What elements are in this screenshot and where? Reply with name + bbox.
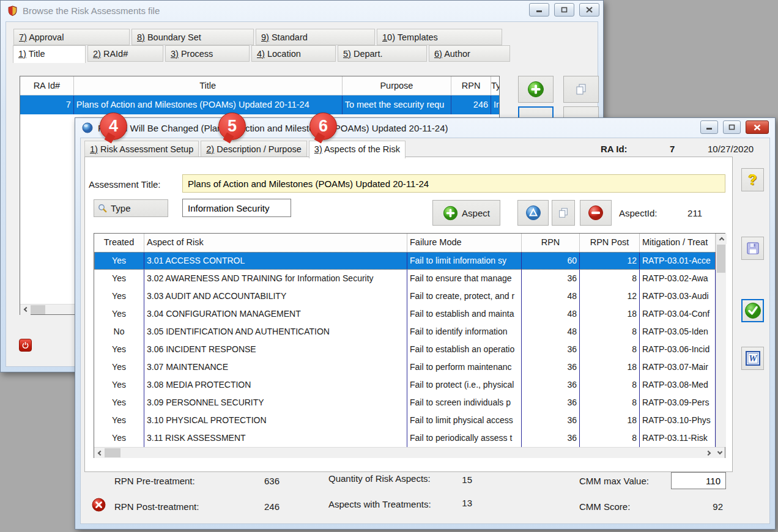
type-value-field[interactable] xyxy=(182,199,291,217)
aspect-row[interactable]: Yes3.08 MEDIA PROTECTIONFail to protect … xyxy=(94,376,716,394)
ra-id-label: RA Id: xyxy=(601,144,628,154)
aspect-row[interactable]: Yes3.04 CONFIGURATION MANAGEMENTFail to … xyxy=(94,305,716,323)
rpn-post-value: 246 xyxy=(231,501,280,512)
cell-rpn: 36 xyxy=(522,341,580,358)
browse-hscroll-thumb[interactable] xyxy=(31,305,45,314)
add-assessment-button[interactable] xyxy=(518,76,554,103)
col-treated[interactable]: Treated xyxy=(94,234,144,252)
cell-failure: Fail to establish an operatio xyxy=(407,341,522,358)
scroll-left-icon[interactable] xyxy=(20,305,31,315)
col-ra-id[interactable]: RA Id# xyxy=(20,76,74,95)
cell-failure: Fail to periodically assess t xyxy=(407,429,522,447)
cell-aspect: 3.02 AWARENESS AND TRAINING for Informat… xyxy=(144,270,407,287)
cell-treated: No xyxy=(94,323,144,341)
tab-8-boundary-set[interactable]: 8) Boundary Set xyxy=(132,29,254,45)
aspects-hscroll-thumb[interactable] xyxy=(105,448,120,457)
col-rpn-post[interactable]: RPN Post xyxy=(580,234,640,252)
delete-aspect-button[interactable] xyxy=(580,200,612,226)
maximize-icon[interactable] xyxy=(723,120,741,134)
tab-1-risk-assessment-setup[interactable]: 1) Risk Assessment Setup xyxy=(84,141,199,157)
tab-6-author[interactable]: 6) Author xyxy=(429,45,510,62)
aspect-row[interactable]: Yes3.09 PERSONNEL SECURITYFail to screen… xyxy=(94,394,716,412)
confirm-icon xyxy=(744,302,761,319)
browse-titlebar[interactable]: Browse the Risk Assessments file xyxy=(1,1,603,21)
add-aspect-button[interactable]: Aspect xyxy=(432,200,500,226)
aspects-vscroll-thumb[interactable] xyxy=(717,245,725,273)
scroll-down-icon[interactable] xyxy=(714,447,725,458)
minimize-icon[interactable] xyxy=(700,120,718,134)
type-button-label: Type xyxy=(111,203,131,213)
scroll-right-icon[interactable] xyxy=(704,448,714,458)
aspect-id-value: 211 xyxy=(663,208,702,218)
confirm-button[interactable] xyxy=(741,299,764,322)
cell-mitigation: RATP-03.07-Mair xyxy=(640,358,716,376)
col-aspect[interactable]: Aspect of Risk xyxy=(144,234,407,252)
help-button[interactable]: ? xyxy=(741,168,764,191)
tab-1-title[interactable]: 1) Title xyxy=(13,45,86,63)
aspect-row[interactable]: Yes3.03 AUDIT AND ACCOUNTABILITYFail to … xyxy=(94,287,716,305)
cell-rpn: 48 xyxy=(522,305,580,323)
record-titlebar[interactable]: Record Will Be Changed (Plans of Action … xyxy=(75,118,775,138)
close-icon[interactable] xyxy=(579,3,599,17)
minimize-icon[interactable] xyxy=(529,3,549,17)
tab-5-depart[interactable]: 5) Depart. xyxy=(338,45,427,62)
cell-aspect: 3.05 IDENTIFICATION AND AUTHENTICATION xyxy=(144,323,407,341)
cell-failure: Fail to create, protect, and r xyxy=(407,287,522,305)
close-browse-button[interactable] xyxy=(19,339,32,352)
tab-9-standard[interactable]: 9) Standard xyxy=(256,29,375,45)
error-icon[interactable] xyxy=(92,498,106,512)
cmm-max-label: CMM max Value: xyxy=(579,476,649,486)
aspects-vscrollbar[interactable] xyxy=(716,234,726,447)
maximize-icon[interactable] xyxy=(554,3,574,17)
scroll-left-icon[interactable] xyxy=(94,448,105,458)
col-failure-mode[interactable]: Failure Mode xyxy=(407,234,522,252)
tab-2-raid[interactable]: 2) RAId# xyxy=(87,45,163,62)
aspect-row[interactable]: Yes3.07 MAINTENANCEFail to perform maint… xyxy=(94,358,716,376)
aspect-row[interactable]: No3.05 IDENTIFICATION AND AUTHENTICATION… xyxy=(94,323,716,341)
tab-3-aspects-of-the-risk[interactable]: 3) Aspects of the Risk xyxy=(309,141,406,158)
cmm-score-value: 92 xyxy=(674,501,723,512)
change-aspect-button[interactable] xyxy=(517,200,549,226)
cell-rpn-post: 12 xyxy=(580,252,640,270)
col-rpn[interactable]: RPN xyxy=(451,76,491,95)
cell-mitigation: RATP-03.03-Audi xyxy=(640,287,716,305)
aspects-grid: Treated Aspect of Risk Failure Mode RPN … xyxy=(94,233,725,458)
aspect-row[interactable]: Yes3.06 INCIDENT RESPONSEFail to establi… xyxy=(94,341,716,358)
assessment-title-input[interactable] xyxy=(182,174,725,193)
tab-7-approval[interactable]: 7) Approval xyxy=(13,29,130,45)
cell-rpn: 36 xyxy=(522,376,580,394)
word-export-button[interactable]: W xyxy=(741,347,764,370)
aspect-row[interactable]: Yes3.11 RISK ASSESSMENTFail to periodica… xyxy=(94,429,716,447)
browse-tab-row-bottom: 1) Title2) RAId#3) Process4) Location5) … xyxy=(13,45,510,63)
col-rpn[interactable]: RPN xyxy=(522,234,580,252)
type-button[interactable]: Type xyxy=(94,199,168,217)
col-purpose[interactable]: Purpose xyxy=(343,76,452,95)
cell-type: Inf xyxy=(491,95,499,114)
aspects-grid-main: Treated Aspect of Risk Failure Mode RPN … xyxy=(94,234,725,447)
cell-mitigation: RATP-03.10-Phys xyxy=(640,412,716,429)
tab-10-templates[interactable]: 10) Templates xyxy=(377,29,502,45)
tab-3-process[interactable]: 3) Process xyxy=(165,45,250,62)
scroll-up-icon[interactable] xyxy=(716,234,727,244)
power-icon xyxy=(21,341,30,350)
save-button[interactable] xyxy=(741,237,764,260)
tab-2-description-purpose[interactable]: 2) Description / Purpose xyxy=(201,141,307,157)
tab-4-location[interactable]: 4) Location xyxy=(251,45,336,62)
browse-window-controls xyxy=(529,3,599,17)
cell-failure: Fail to screen individuals p xyxy=(407,394,522,412)
copy-assessment-button[interactable] xyxy=(563,76,599,103)
cmm-max-input[interactable] xyxy=(671,472,726,489)
cell-rpn: 60 xyxy=(522,252,580,270)
aspect-row[interactable]: Yes3.10 PHYSICAL PROTECTIONFail to limit… xyxy=(94,412,716,429)
copy-aspect-button[interactable] xyxy=(552,200,575,226)
annotation-badge-6-number: 6 xyxy=(319,117,328,136)
col-title[interactable]: Title xyxy=(74,76,343,95)
aspect-row[interactable]: Yes3.02 AWARENESS AND TRAINING for Infor… xyxy=(94,270,716,287)
col-type[interactable]: Ty xyxy=(491,76,499,95)
close-icon[interactable] xyxy=(746,120,769,134)
aspects-hscrollbar[interactable] xyxy=(94,447,714,458)
cell-treated: Yes xyxy=(94,305,144,323)
col-mitigation[interactable]: Mitigation / Treat xyxy=(640,234,716,252)
assessment-row-selected[interactable]: 7 Plans of Action and Milestones (POAMs)… xyxy=(20,95,499,114)
aspect-row[interactable]: Yes3.01 ACCESS CONTROLFail to limit info… xyxy=(94,252,716,270)
